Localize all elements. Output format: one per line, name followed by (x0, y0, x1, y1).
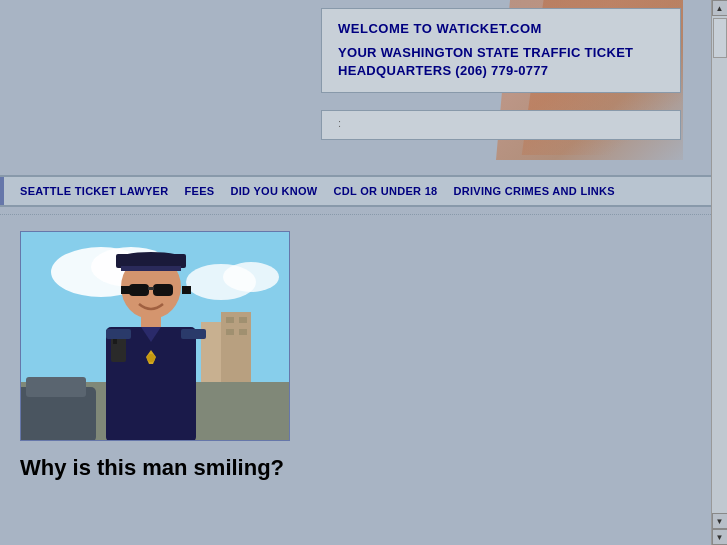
nav-bar: SEATTLE TICKET LAWYER FEES DID YOU KNOW … (0, 175, 711, 207)
nav-link-fees[interactable]: FEES (184, 185, 214, 197)
svg-rect-17 (121, 266, 181, 271)
content-area: Why is this man smiling? (0, 215, 711, 497)
svg-rect-23 (141, 314, 161, 329)
svg-rect-31 (181, 329, 206, 339)
svg-rect-30 (106, 329, 131, 339)
officer-image (20, 231, 290, 441)
header-box: WELCOME TO WATICKET.COM YOUR WASHINGTON … (321, 8, 681, 93)
header-area: WELCOME TO WATICKET.COM YOUR WASHINGTON … (0, 0, 711, 175)
scroll-down-button-2[interactable]: ▼ (712, 529, 728, 545)
svg-point-27 (147, 354, 155, 362)
svg-rect-16 (116, 254, 186, 268)
nav-link-driving-crimes[interactable]: DRIVING CRIMES AND LINKS (453, 185, 614, 197)
scroll-up-button[interactable]: ▲ (712, 0, 728, 16)
svg-rect-20 (148, 287, 154, 290)
nav-links: SEATTLE TICKET LAWYER FEES DID YOU KNOW … (0, 185, 615, 197)
svg-rect-7 (226, 317, 234, 323)
welcome-text: WELCOME TO WATICKET.COM (338, 21, 664, 36)
main-content: WELCOME TO WATICKET.COM YOUR WASHINGTON … (0, 0, 711, 545)
nav-link-seattle-ticket-lawyer[interactable]: SEATTLE TICKET LAWYER (20, 185, 168, 197)
svg-rect-21 (121, 286, 130, 294)
svg-rect-10 (239, 329, 247, 335)
nav-link-did-you-know[interactable]: DID YOU KNOW (230, 185, 317, 197)
header-dots: : (321, 110, 681, 140)
why-text: Why is this man smiling? (20, 455, 691, 481)
svg-rect-18 (129, 284, 149, 296)
scrollbar-right: ▲ ▼ ▼ (711, 0, 727, 545)
svg-rect-13 (26, 377, 86, 397)
svg-rect-8 (239, 317, 247, 323)
scroll-down-button[interactable]: ▼ (712, 513, 728, 529)
svg-rect-22 (182, 286, 191, 294)
svg-point-4 (223, 262, 279, 292)
nav-link-cdl-or-under-18[interactable]: CDL OR UNDER 18 (334, 185, 438, 197)
subtitle-text: YOUR WASHINGTON STATE TRAFFIC TICKET HEA… (338, 44, 664, 80)
scroll-thumb[interactable] (713, 18, 727, 58)
svg-rect-9 (226, 329, 234, 335)
svg-rect-19 (153, 284, 173, 296)
nav-separator (0, 207, 711, 215)
